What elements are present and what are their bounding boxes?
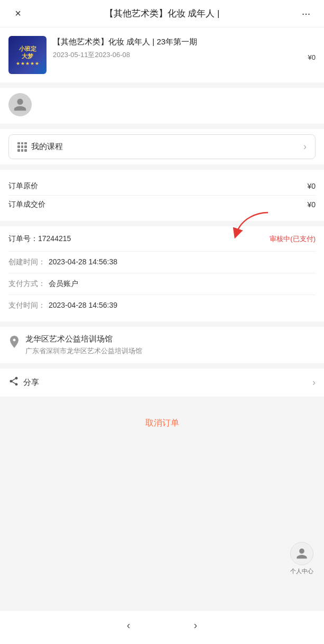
order-status: 审核中(已支付)	[270, 235, 316, 243]
venue-info: 龙华区艺术公益培训场馆 广东省深圳市龙华区艺术公益培训场馆	[25, 334, 142, 356]
course-date: 2023-05-11至2023-06-08	[53, 50, 130, 60]
close-icon[interactable]: ×	[11, 7, 25, 20]
created-time-row: 创建时间： 2023-04-28 14:56:38	[8, 254, 316, 271]
forward-button[interactable]: ›	[194, 619, 198, 631]
venue-name: 龙华区艺术公益培训场馆	[25, 334, 142, 344]
final-price-value: ¥0	[307, 200, 316, 209]
course-date-row: 2023-05-11至2023-06-08 ¥0	[53, 50, 316, 62]
payment-time-label: 支付时间：	[8, 301, 45, 310]
personal-center-label: 个人中心	[290, 567, 313, 575]
share-section[interactable]: 分享 ›	[0, 369, 324, 397]
order-id-row: 订单号：17244215 审核中(已支付)	[8, 234, 316, 244]
venue-address: 广东省深圳市龙华区艺术公益培训场馆	[25, 346, 142, 356]
order-status-wrapper: 审核中(已支付)	[270, 234, 316, 244]
my-course-button[interactable]: 我的课程 ›	[8, 134, 316, 159]
payment-method-label: 支付方式：	[8, 279, 45, 289]
header: × 【其他艺术类】化妆 成年人 | ···	[0, 0, 324, 27]
payment-time-row: 支付时间： 2023-04-28 14:56:39	[8, 297, 316, 314]
my-course-btn-left: 我的课程	[17, 142, 63, 152]
share-icon	[8, 376, 19, 389]
divider1	[8, 251, 316, 252]
my-course-label: 我的课程	[31, 142, 63, 152]
price-section: 订单原价 ¥0 订单成交价 ¥0	[0, 170, 324, 221]
share-left: 分享	[8, 376, 39, 389]
course-price: ¥0	[308, 53, 316, 61]
order-section: 订单号：17244215 审核中(已支付) 创建时间： 2023-04-28 1…	[0, 226, 324, 321]
original-price-label: 订单原价	[8, 181, 38, 191]
location-icon	[8, 335, 20, 352]
share-chevron: ›	[312, 377, 316, 388]
final-price-row: 订单成交价 ¥0	[8, 196, 316, 214]
payment-method-value: 会员账户	[49, 279, 78, 289]
divider3	[8, 295, 316, 295]
final-price-label: 订单成交价	[8, 200, 45, 209]
share-label: 分享	[23, 378, 39, 388]
venue-section: 龙华区艺术公益培训场馆 广东省深圳市龙华区艺术公益培训场馆	[0, 327, 324, 363]
course-card: 小班定 大梦 ★★★★★ 【其他艺术类】化妆 成年人 | 23年第一期 2023…	[0, 27, 324, 82]
thumb-stars: ★★★★★	[16, 61, 40, 66]
back-button[interactable]: ‹	[127, 619, 131, 631]
order-id-label: 订单号：17244215	[8, 234, 71, 244]
cancel-order-button[interactable]: 取消订单	[124, 412, 200, 434]
course-info: 【其他艺术类】化妆 成年人 | 23年第一期 2023-05-11至2023-0…	[53, 36, 316, 62]
personal-icon-circle	[290, 542, 313, 565]
divider2	[8, 273, 316, 273]
payment-method-row: 支付方式： 会员账户	[8, 275, 316, 292]
avatar-row	[0, 88, 324, 124]
person-icon	[295, 547, 308, 560]
course-thumbnail: 小班定 大梦 ★★★★★	[8, 36, 47, 74]
cancel-btn-section: 取消订单	[0, 402, 324, 439]
avatar-icon	[13, 97, 27, 112]
grid-icon	[17, 142, 27, 152]
created-time-value: 2023-04-28 14:56:38	[49, 257, 117, 266]
my-course-chevron: ›	[303, 141, 307, 152]
created-time-label: 创建时间：	[8, 257, 45, 267]
thumb-text1: 小班定 大梦	[18, 44, 38, 61]
course-title: 【其他艺术类】化妆 成年人 | 23年第一期	[53, 36, 316, 47]
my-course-section: 我的课程 ›	[0, 129, 324, 164]
original-price-row: 订单原价 ¥0	[8, 177, 316, 196]
bottom-area: 取消订单	[0, 402, 324, 486]
original-price-value: ¥0	[307, 182, 316, 190]
payment-time-value: 2023-04-28 14:56:39	[49, 301, 117, 309]
page-title: 【其他艺术类】化妆 成年人 |	[32, 7, 292, 20]
more-icon[interactable]: ···	[299, 7, 313, 20]
personal-center-button[interactable]: 个人中心	[290, 542, 313, 575]
bottom-nav: ‹ ›	[0, 610, 324, 644]
avatar	[8, 93, 32, 116]
